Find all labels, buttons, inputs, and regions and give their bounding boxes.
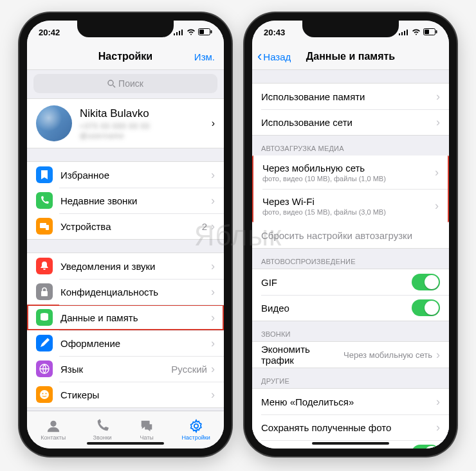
svg-line-8 (113, 85, 116, 87)
chevron-icon: › (436, 395, 440, 409)
svg-rect-6 (199, 30, 204, 34)
brush-icon (36, 335, 53, 351)
tab-settings[interactable]: Настройки (182, 419, 210, 441)
label: Через Wi-Fi (262, 196, 435, 207)
home-indicator[interactable] (312, 442, 389, 445)
svg-point-7 (108, 80, 113, 85)
home-indicator[interactable] (87, 442, 164, 445)
back-button[interactable]: ‹ Назад (257, 49, 291, 64)
row-wifi[interactable]: Через Wi-Fi фото, видео (15 MB), файлы (… (253, 189, 448, 222)
label: Оформление (60, 338, 211, 349)
signal-icon (174, 28, 184, 37)
label: Стикеры (60, 389, 211, 400)
globe-icon (36, 360, 53, 377)
chevron-icon: › (211, 260, 215, 273)
value: Русский (171, 364, 207, 375)
svg-point-20 (194, 424, 197, 428)
phone-icon (95, 419, 110, 433)
label: GIF (261, 277, 412, 288)
value: Через мобильную сеть (343, 350, 432, 360)
section-autoplay: АВТОВОСПРОИЗВЕДЕНИЕ (252, 249, 449, 269)
tab-contacts[interactable]: Контакты (41, 419, 66, 441)
back-label: Назад (263, 51, 291, 62)
chevron-icon: › (436, 116, 440, 129)
row-privacy[interactable]: Конфиденциальность › (27, 279, 224, 305)
profile-name: Nikita Bulavko (80, 107, 150, 120)
row-share-menu[interactable]: Меню «Поделиться» › (252, 389, 449, 414)
row-video[interactable]: Видео (252, 295, 449, 321)
subtitle: фото, видео (15 MB), файлы (3,0 MB) (262, 208, 435, 216)
row-saved-messages[interactable]: Избранное › (27, 162, 224, 188)
label: Экономить трафик (261, 344, 343, 366)
gear-icon (188, 419, 204, 433)
battery-icon (423, 28, 437, 37)
toggle-save-edited[interactable] (412, 445, 440, 449)
page-title: Настройки (98, 51, 152, 62)
svg-rect-10 (46, 225, 49, 230)
svg-rect-21 (399, 33, 400, 35)
row-recent-calls[interactable]: Недавние звонки › (27, 188, 224, 213)
chats-icon (139, 419, 154, 433)
label: Устройства (60, 221, 202, 232)
row-network-usage[interactable]: Использование сети › (252, 109, 449, 135)
svg-rect-24 (407, 30, 408, 35)
profile-row[interactable]: Nikita Bulavko +375 00 000 00 00 @userna… (27, 98, 224, 148)
chevron-icon: › (211, 285, 215, 299)
chevron-icon: › (211, 311, 215, 324)
svg-rect-22 (401, 32, 403, 35)
row-notifications[interactable]: Уведомления и звуки › (27, 253, 224, 279)
label: Использование памяти (261, 91, 436, 102)
row-cellular[interactable]: Через мобильную сеть фото, видео (10 MB)… (253, 156, 448, 189)
navbar: Настройки Изм. (27, 44, 224, 70)
phone-right: 20:43 ‹ Назад Данные и память Ис (244, 13, 457, 456)
search-input[interactable]: Поиск (33, 74, 217, 93)
chevron-icon: › (435, 199, 439, 213)
svg-point-19 (50, 421, 56, 427)
toggle-video[interactable] (412, 299, 440, 316)
status-time: 20:42 (39, 28, 60, 37)
chevron-icon: › (436, 90, 440, 103)
tab-chats[interactable]: Чаты (139, 419, 154, 441)
devices-icon (36, 218, 53, 235)
row-gif[interactable]: GIF (252, 269, 449, 295)
chevron-icon: › (211, 220, 215, 233)
database-icon (36, 309, 53, 326)
page-title: Данные и память (306, 51, 395, 62)
svg-rect-5 (211, 30, 212, 33)
row-save-traffic[interactable]: Экономить трафик Через мобильную сеть › (252, 342, 449, 368)
row-save-received[interactable]: Сохранять полученные фото › (252, 414, 449, 440)
row-storage-usage[interactable]: Использование памяти › (252, 84, 449, 109)
row-data-storage[interactable]: Данные и память › (27, 305, 224, 330)
svg-rect-26 (436, 30, 437, 33)
row-devices[interactable]: Устройства 2 › (27, 213, 224, 239)
label: Сохранять отред. фото (261, 448, 412, 449)
battery-icon (198, 28, 212, 37)
row-reset-autodl[interactable]: Сбросить настройки автозагрузки (252, 222, 449, 248)
svg-point-16 (46, 393, 47, 395)
profile-username-blurred: @username (80, 132, 150, 139)
label: Недавние звонки (60, 195, 211, 206)
row-appearance[interactable]: Оформление › (27, 330, 224, 356)
label: Избранное (60, 170, 211, 181)
chevron-icon: › (436, 348, 440, 362)
chevron-icon: › (212, 118, 215, 129)
notch (302, 21, 399, 37)
row-language[interactable]: Язык Русский › (27, 356, 224, 382)
label: Уведомления и звуки (60, 261, 211, 272)
phone-icon (36, 192, 53, 209)
svg-rect-2 (179, 31, 180, 35)
svg-rect-23 (404, 31, 405, 35)
svg-rect-0 (174, 33, 175, 35)
edit-button[interactable]: Изм. (194, 51, 215, 62)
label: Использование сети (261, 117, 436, 128)
svg-point-14 (40, 390, 49, 399)
tab-calls[interactable]: Звонки (93, 419, 112, 441)
label: Через мобильную сеть (262, 163, 435, 173)
profile-phone-blurred: +375 00 000 00 00 (80, 122, 150, 130)
row-stickers[interactable]: Стикеры › (27, 382, 224, 407)
label: Язык (60, 364, 171, 375)
chevron-icon: › (211, 168, 215, 182)
svg-rect-1 (176, 32, 178, 35)
toggle-gif[interactable] (412, 274, 440, 290)
label: Данные и память (60, 312, 211, 323)
